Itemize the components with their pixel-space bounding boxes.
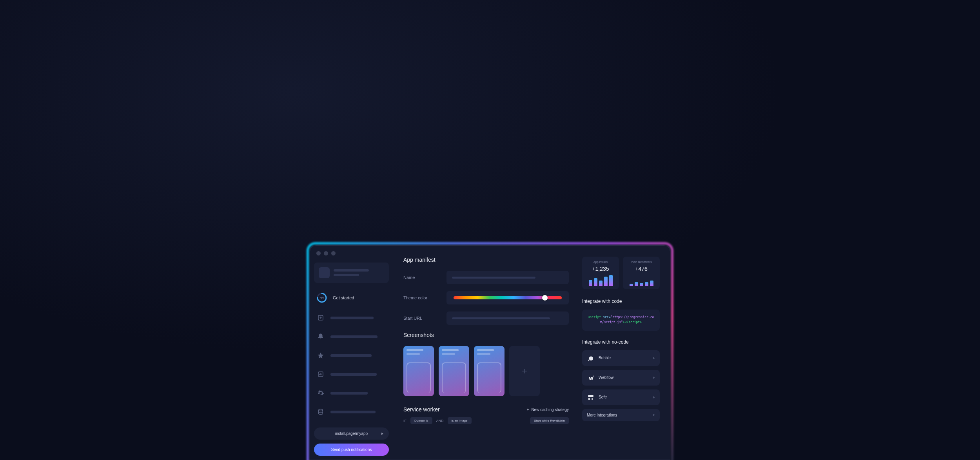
installs-value: +1,235 <box>586 266 615 272</box>
sidebar-item-favorites[interactable] <box>314 350 389 361</box>
integration-label: Bubble <box>599 356 611 360</box>
and-keyword: AND <box>436 419 444 423</box>
installs-card: App installs +1,235 <box>582 257 619 289</box>
integration-webflow[interactable]: Webflow <box>582 370 660 386</box>
code-snippet[interactable]: <script src="https://progressier.com/scr… <box>582 310 660 331</box>
stack-icon <box>316 407 325 416</box>
sidebar-item-label <box>330 392 368 395</box>
service-worker-heading: Service worker <box>403 406 440 413</box>
plus-icon: + <box>522 366 527 377</box>
new-strategy-label: New caching strategy <box>531 407 569 412</box>
nav: 75% Get started <box>314 291 389 418</box>
manifest-heading: App manifest <box>403 257 569 263</box>
svg-rect-7 <box>588 395 593 397</box>
nocode-heading: Integrate with no-code <box>582 339 660 345</box>
rule-chip-image[interactable]: is an image <box>448 417 472 424</box>
star-icon <box>316 351 325 360</box>
sidebar-item-database[interactable] <box>314 406 389 418</box>
installs-title: App installs <box>586 261 615 263</box>
screenshot-thumb[interactable] <box>403 346 434 396</box>
integration-bubble[interactable]: Bubble <box>582 350 660 366</box>
name-row: Name <box>403 271 569 284</box>
softr-icon <box>587 393 595 401</box>
sidebar-item-label <box>330 354 372 357</box>
gear-icon <box>316 389 325 397</box>
play-icon <box>653 377 655 379</box>
webflow-icon <box>587 374 595 382</box>
svg-point-6 <box>588 359 589 360</box>
app-window: 75% Get started <box>310 245 670 460</box>
sidebar-item-settings[interactable] <box>314 387 389 399</box>
account-card[interactable] <box>314 263 389 283</box>
push-title: Push subscribers <box>627 261 656 263</box>
integration-label: Softr <box>599 395 607 399</box>
play-icon <box>653 414 655 416</box>
screenshot-thumb[interactable] <box>474 346 505 396</box>
minimize-icon[interactable] <box>324 251 328 255</box>
sidebar-item-label: Get started <box>333 295 354 300</box>
rule-chip-strategy[interactable]: Stale while Revalidate <box>530 417 569 424</box>
account-sub-placeholder <box>334 274 359 276</box>
hue-slider[interactable] <box>454 296 562 299</box>
new-caching-strategy-button[interactable]: + New caching strategy <box>527 407 569 412</box>
push-value: +476 <box>627 266 656 272</box>
chart-icon <box>316 370 325 379</box>
if-keyword: IF <box>403 419 407 423</box>
install-link-button[interactable]: install.page/myapp <box>314 427 389 440</box>
push-chart <box>627 275 656 286</box>
screenshot-thumb[interactable] <box>439 346 469 396</box>
sidebar-item-notifications[interactable] <box>314 331 389 342</box>
integration-label: Webflow <box>599 375 613 380</box>
code-heading: Integrate with code <box>582 299 660 304</box>
sidebar-item-download[interactable] <box>314 312 389 324</box>
theme-row: Theme color <box>403 291 569 304</box>
integration-label: More integrations <box>587 413 617 417</box>
sidebar: 75% Get started <box>310 246 393 460</box>
sidebar-item-get-started[interactable]: 75% Get started <box>314 291 389 305</box>
send-push-button[interactable]: Send push notifications <box>314 444 389 456</box>
start-url-label: Start URL <box>403 316 446 321</box>
theme-label: Theme color <box>403 295 446 300</box>
maximize-icon[interactable] <box>331 251 336 255</box>
add-screenshot-button[interactable]: + <box>509 346 540 396</box>
svg-point-5 <box>589 356 593 360</box>
progress-percent: 75% <box>316 292 327 303</box>
start-url-row: Start URL <box>403 311 569 325</box>
name-input[interactable] <box>446 271 569 284</box>
play-icon <box>653 357 655 359</box>
sidebar-item-label <box>330 335 377 338</box>
sidebar-item-analytics[interactable] <box>314 368 389 380</box>
download-icon <box>316 313 325 322</box>
rule-chip-domain[interactable]: Domain is <box>410 417 432 424</box>
start-url-input[interactable] <box>446 311 569 325</box>
bell-icon <box>316 332 325 341</box>
sidebar-item-label <box>330 411 376 413</box>
sidebar-item-label <box>330 373 377 376</box>
rule-row: IF Domain is AND is an image Stale while… <box>403 417 569 424</box>
play-icon <box>653 396 655 398</box>
installs-chart <box>586 275 615 286</box>
play-icon <box>381 433 383 435</box>
integration-softr[interactable]: Softr <box>582 389 660 405</box>
integration-more[interactable]: More integrations <box>582 409 660 421</box>
name-label: Name <box>403 275 446 280</box>
screenshots-heading: Screenshots <box>403 332 569 338</box>
main-content: App manifest Name Theme color Start URL <box>393 246 670 460</box>
svg-point-9 <box>592 398 593 400</box>
svg-rect-8 <box>588 398 590 400</box>
plus-icon: + <box>527 407 529 412</box>
install-link-text: install.page/myapp <box>335 431 368 436</box>
hue-thumb[interactable] <box>542 295 548 301</box>
svg-point-4 <box>319 409 323 411</box>
avatar <box>319 267 330 278</box>
window-controls <box>314 251 389 263</box>
sidebar-item-label <box>330 317 374 319</box>
screenshots-grid: + <box>403 346 569 396</box>
theme-input <box>446 291 569 304</box>
account-name-placeholder <box>334 269 369 272</box>
progress-ring-icon: 75% <box>316 292 327 303</box>
push-card: Push subscribers +476 <box>623 257 660 289</box>
close-icon[interactable] <box>316 251 321 255</box>
send-push-label: Send push notifications <box>331 447 372 452</box>
bubble-icon <box>587 354 595 362</box>
